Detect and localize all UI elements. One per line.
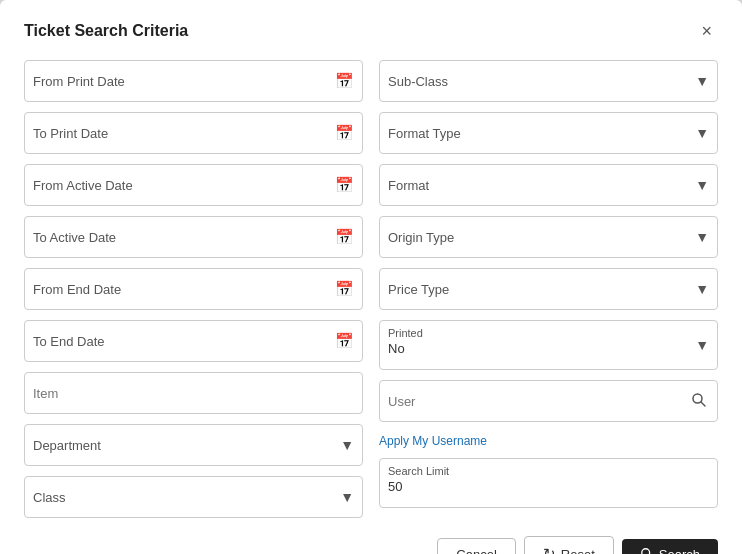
left-column: From Print Date 📅 To Print Date 📅 From A… <box>24 60 363 518</box>
sub-class-label: Sub-Class <box>388 74 695 89</box>
reset-label: Reset <box>561 547 595 555</box>
origin-type-field[interactable]: Origin Type ▼ <box>379 216 718 258</box>
right-column: Sub-Class ▼ Format Type ▼ Format ▼ Origi… <box>379 60 718 508</box>
search-label: Search <box>659 547 700 555</box>
to-active-date-field: To Active Date 📅 <box>24 216 363 258</box>
dialog-header: Ticket Search Criteria × <box>24 20 718 42</box>
class-field[interactable]: Class ▼ <box>24 476 363 518</box>
search-icon <box>640 547 654 554</box>
search-limit-label: Search Limit <box>388 465 709 477</box>
from-active-date-field: From Active Date 📅 <box>24 164 363 206</box>
format-dropdown-icon: ▼ <box>695 177 709 193</box>
reset-icon: ↻ <box>543 545 556 554</box>
from-print-date-label: From Print Date <box>33 74 335 89</box>
search-icon <box>691 392 707 408</box>
calendar-icon[interactable]: 📅 <box>335 72 354 90</box>
sub-class-dropdown-icon: ▼ <box>695 73 709 89</box>
search-limit-input[interactable] <box>388 479 709 494</box>
user-field <box>379 380 718 422</box>
format-field[interactable]: Format ▼ <box>379 164 718 206</box>
format-type-field[interactable]: Format Type ▼ <box>379 112 718 154</box>
calendar-icon[interactable]: 📅 <box>335 124 354 142</box>
price-type-field[interactable]: Price Type ▼ <box>379 268 718 310</box>
origin-type-label: Origin Type <box>388 230 695 245</box>
to-print-date-label: To Print Date <box>33 126 335 141</box>
department-label: Department <box>33 438 340 453</box>
format-type-dropdown-icon: ▼ <box>695 125 709 141</box>
department-dropdown-icon: ▼ <box>340 437 354 453</box>
sub-class-field[interactable]: Sub-Class ▼ <box>379 60 718 102</box>
department-field[interactable]: Department ▼ <box>24 424 363 466</box>
to-active-date-label: To Active Date <box>33 230 335 245</box>
from-print-date-field: From Print Date 📅 <box>24 60 363 102</box>
format-type-label: Format Type <box>388 126 695 141</box>
class-label: Class <box>33 490 340 505</box>
printed-dropdown-icon: ▼ <box>695 337 709 353</box>
to-print-date-field: To Print Date 📅 <box>24 112 363 154</box>
close-button[interactable]: × <box>695 20 718 42</box>
calendar-icon[interactable]: 📅 <box>335 332 354 350</box>
from-active-date-label: From Active Date <box>33 178 335 193</box>
user-input[interactable] <box>388 394 689 409</box>
class-dropdown-icon: ▼ <box>340 489 354 505</box>
printed-label: Printed <box>388 327 709 339</box>
calendar-icon[interactable]: 📅 <box>335 228 354 246</box>
item-field[interactable] <box>24 372 363 414</box>
ticket-search-dialog: Ticket Search Criteria × From Print Date… <box>0 0 742 554</box>
to-end-date-label: To End Date <box>33 334 335 349</box>
apply-my-username-link[interactable]: Apply My Username <box>379 434 718 448</box>
calendar-icon[interactable]: 📅 <box>335 176 354 194</box>
format-label: Format <box>388 178 695 193</box>
from-end-date-label: From End Date <box>33 282 335 297</box>
calendar-icon[interactable]: 📅 <box>335 280 354 298</box>
search-limit-field: Search Limit <box>379 458 718 508</box>
form-grid: From Print Date 📅 To Print Date 📅 From A… <box>24 60 718 518</box>
printed-value: No <box>388 341 709 356</box>
search-button[interactable]: Search <box>622 539 718 555</box>
price-type-dropdown-icon: ▼ <box>695 281 709 297</box>
item-input[interactable] <box>33 386 354 401</box>
cancel-button[interactable]: Cancel <box>437 538 515 555</box>
printed-field[interactable]: Printed No ▼ <box>379 320 718 370</box>
dialog-title: Ticket Search Criteria <box>24 22 188 40</box>
svg-point-2 <box>642 549 650 554</box>
dialog-footer: Cancel ↻ Reset Search <box>24 536 718 554</box>
price-type-label: Price Type <box>388 282 695 297</box>
svg-line-1 <box>701 402 705 406</box>
origin-type-dropdown-icon: ▼ <box>695 229 709 245</box>
from-end-date-field: From End Date 📅 <box>24 268 363 310</box>
reset-button[interactable]: ↻ Reset <box>524 536 614 554</box>
user-search-button[interactable] <box>689 390 709 413</box>
to-end-date-field: To End Date 📅 <box>24 320 363 362</box>
